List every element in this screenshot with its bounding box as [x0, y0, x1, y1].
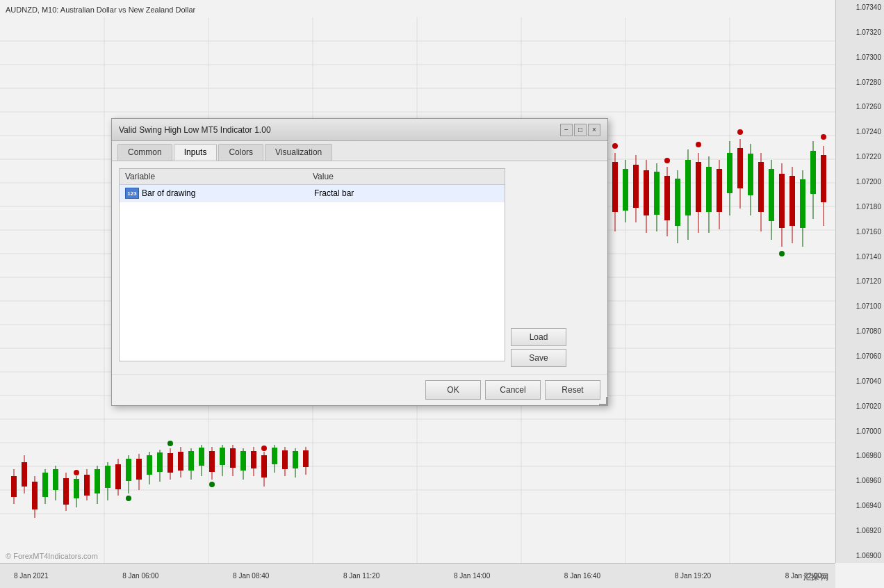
maximize-button[interactable]: □: [574, 124, 587, 136]
tab-inputs[interactable]: Inputs: [174, 144, 218, 161]
cancel-button[interactable]: Cancel: [485, 380, 541, 400]
resize-handle[interactable]: [599, 397, 607, 405]
table-header: Variable Value: [120, 169, 505, 185]
titlebar-buttons: − □ ×: [560, 124, 600, 136]
column-variable-header: Variable: [125, 172, 313, 181]
minimize-button[interactable]: −: [560, 124, 573, 136]
dialog-footer: OK Cancel Reset: [112, 374, 607, 405]
load-button[interactable]: Load: [511, 328, 566, 346]
table-row[interactable]: 123 Bar of drawing Fractal bar: [120, 185, 505, 202]
row-type-icon: 123: [125, 188, 139, 199]
close-button[interactable]: ×: [588, 124, 600, 136]
reset-button[interactable]: Reset: [545, 380, 600, 400]
row-variable: Bar of drawing: [142, 188, 314, 198]
row-value: Fractal bar: [314, 188, 499, 198]
tab-visualization[interactable]: Visualization: [265, 144, 332, 161]
tab-bar: Common Inputs Colors Visualization: [112, 141, 607, 161]
column-value-header: Value: [313, 172, 499, 181]
side-buttons: Load Save: [511, 168, 566, 367]
save-button[interactable]: Save: [511, 349, 566, 367]
ok-button[interactable]: OK: [425, 380, 481, 400]
inputs-table: Variable Value 123 Bar of drawing Fracta…: [119, 168, 505, 361]
dialog-title: Valid Swing High Low MT5 Indicator 1.00: [119, 125, 271, 135]
dialog-titlebar: Valid Swing High Low MT5 Indicator 1.00 …: [112, 119, 607, 141]
tab-common[interactable]: Common: [117, 144, 172, 161]
indicator-dialog: Valid Swing High Low MT5 Indicator 1.00 …: [111, 118, 608, 406]
dialog-content: Variable Value 123 Bar of drawing Fracta…: [119, 168, 600, 367]
dialog-body: Variable Value 123 Bar of drawing Fracta…: [112, 161, 607, 374]
tab-colors[interactable]: Colors: [218, 144, 263, 161]
